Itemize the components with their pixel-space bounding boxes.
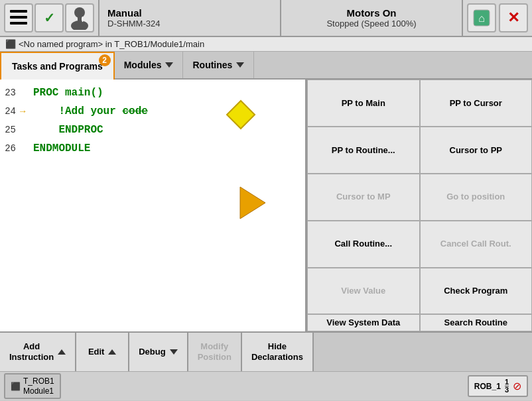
rob-label: ROB_1 xyxy=(474,382,501,391)
code-text-23: PROC main() xyxy=(33,87,305,99)
task-icon: ⬛ xyxy=(11,382,21,391)
edit-button[interactable]: Edit xyxy=(76,333,129,371)
modify-position-button[interactable]: ModifyPosition xyxy=(188,333,242,371)
status-info: Motors On Stopped (Speed 100%) xyxy=(281,0,463,36)
side-btn-view-system-data[interactable]: View System Data xyxy=(307,314,420,331)
line-number-23: 23 xyxy=(0,87,20,98)
side-btn-pp-to-cursor[interactable]: PP to Cursor xyxy=(420,80,533,127)
hide-declarations-label: HideDeclarations xyxy=(251,341,303,362)
operation-mode: Manual xyxy=(107,7,272,19)
code-line-26: 26 ENDMODULE xyxy=(0,139,305,158)
line-number-25: 25 xyxy=(0,125,20,135)
add-instruction-button[interactable]: AddInstruction xyxy=(0,333,76,371)
side-btn-pp-to-main[interactable]: PP to Main xyxy=(307,80,420,127)
speed-status: Stopped (Speed 100%) xyxy=(326,19,416,29)
tab-modules[interactable]: Modules xyxy=(115,52,184,78)
side-btn-cancel-call-rout-: Cancel Call Rout. xyxy=(420,221,533,268)
code-line-23: 23 PROC main() xyxy=(0,84,305,102)
code-line-24: 24 → !Add your code xyxy=(0,102,305,121)
top-bar-right-buttons: ⌂ ✕ xyxy=(463,0,532,36)
side-btn-search-routine[interactable]: Search Routine xyxy=(420,314,533,331)
breadcrumb-text: <No named program> in T_ROB1/Module1/mai… xyxy=(19,39,204,49)
tab-routines[interactable]: Routines xyxy=(183,52,254,78)
device-name: D-SHMM-324 xyxy=(107,19,272,29)
task-label: T_ROB1Module1 xyxy=(23,376,54,396)
tab-badge: 2 xyxy=(99,54,111,66)
main-area: 23 PROC main() 24 → !Add your code 25 EN… xyxy=(0,80,532,331)
tab-tasks-and-programs[interactable]: Tasks and Programs 2 xyxy=(0,52,115,80)
svg-rect-1 xyxy=(10,16,27,19)
side-panel: PP to MainPP to CursorPP to Routine...Cu… xyxy=(306,80,532,331)
play-arrow xyxy=(239,186,267,223)
device-info: Manual D-SHMM-324 xyxy=(100,0,281,36)
user-icon: i xyxy=(70,6,90,30)
top-bar-left-buttons: ✓ i xyxy=(0,0,100,36)
modules-label: Modules xyxy=(124,60,162,70)
code-text-24: !Add your code xyxy=(33,105,305,117)
error-icon: ⊘ xyxy=(513,380,521,392)
bottom-toolbar: AddInstruction Edit Debug ModifyPosition… xyxy=(0,331,532,371)
code-area: 23 PROC main() 24 → !Add your code 25 EN… xyxy=(0,80,306,331)
check-button[interactable]: ✓ xyxy=(34,3,64,32)
fraction-display: 1 3 xyxy=(505,378,509,394)
motors-status: Motors On xyxy=(347,7,397,19)
code-text-26: ENDMODULE xyxy=(33,143,305,154)
menu-icon xyxy=(10,10,27,27)
side-btn-view-value: View Value xyxy=(307,268,420,315)
svg-text:⌂: ⌂ xyxy=(478,13,485,24)
side-btn-pp-to-routine---[interactable]: PP to Routine... xyxy=(307,127,420,174)
home-button[interactable]: ⌂ xyxy=(467,3,496,32)
side-btn-cursor-to-mp: Cursor to MP xyxy=(307,174,420,221)
status-bar: ⬛ T_ROB1Module1 ROB_1 1 3 ⊘ xyxy=(0,371,532,400)
edit-up-icon xyxy=(108,349,116,355)
svg-marker-9 xyxy=(227,101,255,129)
debug-label: Debug xyxy=(139,347,165,357)
routines-dropdown-icon xyxy=(236,62,244,68)
svg-text:i: i xyxy=(82,15,84,23)
close-icon: ✕ xyxy=(507,9,519,27)
debug-button[interactable]: Debug xyxy=(129,333,188,371)
code-text-25: ENDPROC xyxy=(33,124,305,136)
line-number-24: 24 xyxy=(0,106,20,117)
debug-down-icon xyxy=(170,349,178,355)
svg-rect-0 xyxy=(10,10,27,13)
tab-bar: Tasks and Programs 2 Modules Routines xyxy=(0,52,532,80)
rob-indicator: ROB_1 1 3 ⊘ xyxy=(468,375,528,397)
side-btn-check-program[interactable]: Check Program xyxy=(420,268,533,315)
tab-tasks-label: Tasks and Programs xyxy=(12,61,103,72)
side-btn-call-routine---[interactable]: Call Routine... xyxy=(307,221,420,268)
edit-label: Edit xyxy=(88,347,105,357)
svg-point-4 xyxy=(71,21,88,30)
side-btn-cursor-to-pp[interactable]: Cursor to PP xyxy=(420,127,533,174)
task-status-button[interactable]: ⬛ T_ROB1Module1 xyxy=(4,373,61,399)
home-icon: ⌂ xyxy=(472,9,491,27)
top-bar: ✓ i Manual D-SHMM-324 Motors On Stopped … xyxy=(0,0,532,37)
line-arrow-24: → xyxy=(20,106,33,117)
program-pointer-diamond xyxy=(226,99,256,133)
add-instruction-label: AddInstruction xyxy=(9,341,54,362)
breadcrumb-icon: ⬛ xyxy=(5,39,16,49)
fraction-denominator: 3 xyxy=(505,386,509,394)
code-line-25: 25 ENDPROC xyxy=(0,121,305,139)
user-button[interactable]: i xyxy=(65,3,94,32)
side-btn-go-to-position: Go to position xyxy=(420,174,533,221)
svg-rect-2 xyxy=(10,22,27,25)
status-right: ROB_1 1 3 ⊘ xyxy=(468,375,528,397)
hide-declarations-button[interactable]: HideDeclarations xyxy=(242,333,314,371)
svg-marker-10 xyxy=(240,187,265,219)
line-number-26: 26 xyxy=(0,143,20,154)
routines-label: Routines xyxy=(192,60,232,70)
modify-position-label: ModifyPosition xyxy=(198,341,232,362)
menu-button[interactable] xyxy=(4,3,33,32)
add-instruction-up-icon xyxy=(58,349,66,355)
breadcrumb: ⬛ <No named program> in T_ROB1/Module1/m… xyxy=(0,37,532,52)
close-button[interactable]: ✕ xyxy=(499,3,528,32)
modules-dropdown-icon xyxy=(165,62,173,68)
